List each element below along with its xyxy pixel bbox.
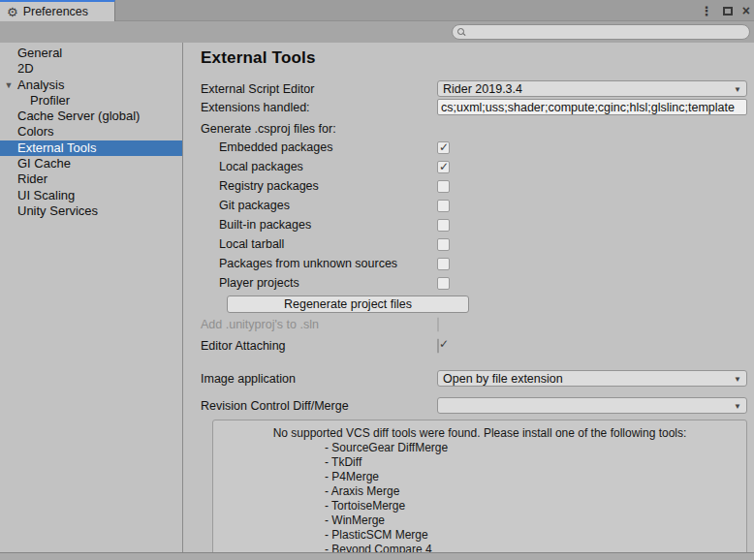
foldout-arrow-icon[interactable]: ▼ [3, 78, 15, 93]
sidebar-item-label: Profiler [30, 93, 70, 108]
revision-control-label: Revision Control Diff/Merge [201, 399, 437, 413]
sidebar-item-profiler[interactable]: Profiler [0, 93, 182, 109]
sidebar-item-label: UI Scaling [17, 188, 75, 202]
csproj-option-checkbox-local-packages[interactable] [437, 161, 450, 173]
sidebar-item-ui-scaling[interactable]: UI Scaling [0, 188, 182, 203]
vcs-tool-item: - P4Merge [325, 470, 746, 484]
tab-preferences[interactable]: ⚙ Preferences [0, 0, 115, 21]
toolbar [0, 21, 754, 43]
image-application-row: Image application Open by file extension… [201, 369, 747, 388]
sidebar-item-label: GI Cache [17, 156, 71, 171]
vcs-tool-item: - WinMerge [325, 513, 746, 528]
vcs-tool-item: - TortoiseMerge [325, 499, 746, 513]
status-bar [0, 552, 754, 560]
sidebar-item-colors[interactable]: Colors [0, 124, 182, 140]
vcs-helpbox-intro: No supported VCS diff tools were found. … [213, 426, 746, 441]
csproj-option-row: Packages from unknown sources [201, 254, 747, 273]
editor-attaching-label: Editor Attaching [201, 339, 437, 353]
chevron-down-icon: ▼ [734, 85, 741, 94]
generate-csproj-label: Generate .csproj files for: [201, 120, 747, 138]
csproj-options-group: Embedded packagesLocal packagesRegistry … [201, 138, 747, 293]
search-icon [457, 28, 466, 37]
image-application-label: Image application [201, 372, 437, 386]
sidebar-item-label: 2D [17, 61, 34, 76]
sidebar-item-cache-server-global[interactable]: Cache Server (global) [0, 109, 182, 124]
csproj-option-row: Embedded packages [201, 138, 747, 157]
vcs-tool-item: - Araxis Merge [325, 484, 746, 499]
csproj-option-row: Built-in packages [201, 215, 747, 234]
sidebar-item-unity-services[interactable]: Unity Services [0, 203, 182, 219]
page-title: External Tools [201, 48, 747, 68]
tab-bar: ⚙ Preferences ⋮ × [0, 0, 754, 21]
vcs-tool-item: - SourceGear DiffMerge [325, 441, 746, 455]
sidebar-item-label: General [17, 46, 62, 60]
csproj-option-row: Local tarball [201, 234, 747, 254]
search-box[interactable] [452, 24, 750, 40]
script-editor-label: External Script Editor [201, 82, 437, 96]
external-tools-panel: External Tools External Script Editor Ri… [183, 43, 754, 552]
editor-attaching-checkbox[interactable] [437, 338, 439, 354]
script-editor-dropdown[interactable]: Rider 2019.3.4 ▼ [437, 80, 747, 97]
csproj-option-row: Git packages [201, 196, 747, 215]
sidebar-item-analysis[interactable]: ▼Analysis [0, 78, 182, 93]
csproj-option-checkbox-packages-from-unknown-sources[interactable] [437, 258, 450, 270]
gear-icon: ⚙ [7, 6, 18, 18]
chevron-down-icon: ▼ [734, 375, 741, 384]
csproj-option-label: Built-in packages [219, 218, 437, 232]
extensions-row: Extensions handled: [201, 98, 747, 116]
vcs-helpbox: No supported VCS diff tools were found. … [212, 420, 747, 556]
sidebar-item-2d[interactable]: 2D [0, 61, 182, 77]
image-application-value: Open by file extension [443, 372, 563, 386]
csproj-option-row: Local packages [201, 157, 747, 176]
add-unityproj-label: Add .unityproj's to .sln [201, 318, 437, 331]
csproj-option-label: Player projects [219, 276, 437, 290]
sidebar-item-label: External Tools [17, 140, 96, 155]
csproj-option-label: Registry packages [219, 179, 437, 193]
csproj-option-label: Git packages [219, 199, 437, 212]
sidebar-item-external-tools[interactable]: External Tools [0, 140, 182, 156]
csproj-option-checkbox-git-packages[interactable] [437, 200, 450, 212]
vcs-tool-list: - SourceGear DiffMerge- TkDiff- P4Merge-… [213, 441, 746, 557]
sidebar-item-label: Unity Services [17, 203, 98, 218]
csproj-option-row: Player projects [201, 273, 747, 293]
tab-title: Preferences [23, 5, 88, 18]
maximize-icon[interactable] [723, 7, 733, 16]
csproj-option-checkbox-local-tarball[interactable] [437, 238, 450, 251]
sidebar-item-label: Colors [17, 124, 54, 139]
sidebar-item-general[interactable]: General [0, 46, 182, 61]
extensions-label: Extensions handled: [201, 101, 437, 114]
csproj-option-checkbox-embedded-packages[interactable] [437, 141, 450, 154]
editor-attaching-row: Editor Attaching [201, 336, 747, 356]
vcs-tool-item: - TkDiff [325, 455, 746, 470]
csproj-option-label: Local packages [219, 160, 437, 173]
chevron-down-icon: ▼ [734, 402, 741, 411]
add-unityproj-checkbox [437, 317, 439, 332]
close-icon[interactable]: × [742, 4, 750, 17]
csproj-option-checkbox-player-projects[interactable] [437, 277, 450, 290]
preferences-sidebar: General2D▼AnalysisProfilerCache Server (… [0, 43, 183, 552]
regenerate-project-files-button[interactable]: Regenerate project files [227, 296, 469, 313]
csproj-option-row: Registry packages [201, 176, 747, 196]
script-editor-row: External Script Editor Rider 2019.3.4 ▼ [201, 79, 747, 98]
extensions-input[interactable] [437, 99, 747, 115]
menu-dots-icon[interactable]: ⋮ [701, 4, 713, 18]
csproj-option-checkbox-built-in-packages[interactable] [437, 219, 450, 232]
vcs-tool-item: - PlasticSCM Merge [325, 528, 746, 543]
add-unityproj-row: Add .unityproj's to .sln [201, 316, 747, 333]
search-input[interactable] [469, 25, 749, 39]
csproj-option-label: Local tarball [219, 237, 437, 251]
sidebar-item-label: Rider [17, 171, 47, 186]
revision-control-dropdown[interactable]: ▼ [437, 397, 747, 414]
csproj-option-label: Packages from unknown sources [219, 257, 437, 270]
sidebar-item-rider[interactable]: Rider [0, 171, 182, 187]
sidebar-item-label: Analysis [17, 78, 64, 92]
sidebar-item-label: Cache Server (global) [17, 109, 140, 123]
csproj-option-label: Embedded packages [219, 140, 437, 154]
sidebar-item-gi-cache[interactable]: GI Cache [0, 156, 182, 171]
script-editor-value: Rider 2019.3.4 [443, 82, 522, 96]
image-application-dropdown[interactable]: Open by file extension ▼ [437, 370, 747, 387]
csproj-option-checkbox-registry-packages[interactable] [437, 180, 450, 193]
revision-control-row: Revision Control Diff/Merge ▼ [201, 396, 747, 415]
